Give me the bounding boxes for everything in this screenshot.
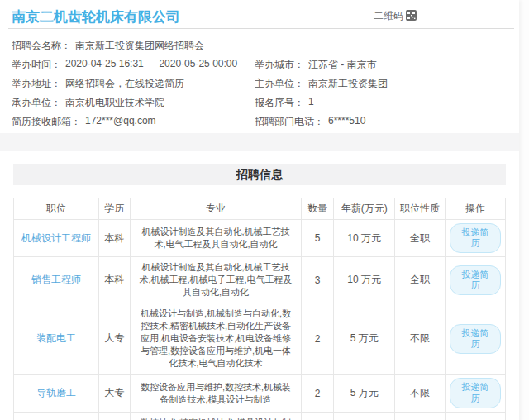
fair-address-field: 举办地址： 网络招聘会，在线投递简历 bbox=[12, 77, 255, 91]
count-cell: 3 bbox=[302, 257, 334, 303]
qr-code-link[interactable]: 二维码 bbox=[374, 9, 417, 23]
info-value: 南京机电职业技术学院 bbox=[65, 96, 164, 110]
recruit-section-title: 招聘信息 bbox=[13, 164, 506, 185]
job-fair-page: 南京二机齿轮机床有限公司 二维码 招聘会名称： 南京新工投资集团网络招聘 bbox=[0, 0, 519, 420]
fair-time-field: 举办时间： 2020-04-25 16:31 — 2020-05-25 00:0… bbox=[12, 58, 255, 72]
action-cell: 投递简历 bbox=[445, 375, 505, 412]
type-cell: 不限 bbox=[395, 375, 446, 412]
info-value: 172***@qq.com bbox=[85, 115, 156, 129]
info-label: 承办单位： bbox=[12, 96, 61, 110]
education-cell: 大专 bbox=[98, 375, 130, 412]
action-cell: 投递简历 bbox=[445, 303, 505, 375]
education-cell: 本科 bbox=[98, 220, 130, 257]
info-label: 招聘会名称： bbox=[12, 39, 71, 53]
info-row: 承办单位： 南京机电职业技术学院 报名序号： 1 bbox=[12, 93, 519, 112]
recruit-info-section: 招聘信息 职位 学历 专业 数量 年薪(万元) 职位性质 操作 机械 bbox=[0, 151, 519, 420]
info-label: 举办时间： bbox=[12, 58, 61, 72]
position-link[interactable]: 销售工程师 bbox=[14, 257, 99, 303]
info-row: 举办时间： 2020-04-25 16:31 — 2020-05-25 00:0… bbox=[12, 55, 519, 74]
info-row: 招聘会名称： 南京新工投资集团网络招聘会 bbox=[12, 36, 519, 55]
salary-cell: 5 万元 bbox=[334, 303, 395, 375]
position-link[interactable]: 机械设计工程师 bbox=[14, 220, 99, 257]
info-row: 简历接收邮箱： 172***@qq.com 招聘部门电话： 6****510 bbox=[12, 112, 519, 131]
info-label: 举办城市： bbox=[255, 58, 304, 72]
apply-resume-button[interactable]: 投递简历 bbox=[450, 324, 501, 354]
count-cell: 2 bbox=[302, 303, 334, 375]
type-cell: 全职 bbox=[395, 257, 446, 303]
info-label: 主办单位： bbox=[255, 77, 304, 91]
col-header-type: 职位性质 bbox=[395, 198, 446, 220]
info-value: 2020-04-25 16:31 — 2020-05-25 00:00 bbox=[65, 58, 237, 72]
education-cell: 本科 bbox=[98, 257, 130, 303]
info-row: 举办地址： 网络招聘会，在线投递简历 主办单位： 南京新工投资集团 bbox=[12, 74, 519, 93]
info-value: 6****510 bbox=[328, 115, 365, 129]
qr-code-label: 二维码 bbox=[374, 9, 403, 23]
fair-city-field: 举办城市： 江苏省 - 南京市 bbox=[255, 58, 503, 72]
col-header-count: 数量 bbox=[302, 198, 334, 220]
position-link[interactable]: 加工中心 bbox=[14, 412, 99, 420]
major-cell: 机械设计与制造,机械制造与自动化,数控技术,精密机械技术,自动化生产设备应用,机… bbox=[131, 303, 302, 375]
major-cell: 数控技术,精密机械技术,模具设计与制造,机械装备制造技术,数控设备应用与维护,机… bbox=[131, 412, 302, 420]
major-cell: 数控设备应用与维护,数控技术,机械装备制造技术,模具设计与制造 bbox=[131, 375, 302, 412]
col-header-action: 操作 bbox=[445, 198, 505, 220]
apply-resume-button[interactable]: 投递简历 bbox=[450, 378, 501, 408]
jobs-table: 职位 学历 专业 数量 年薪(万元) 职位性质 操作 机械设计工程师 本科 机械… bbox=[13, 198, 506, 420]
table-row: 导轨磨工 大专 数控设备应用与维护,数控技术,机械装备制造技术,模具设计与制造 … bbox=[14, 375, 506, 412]
qr-code-icon bbox=[406, 10, 417, 23]
position-link[interactable]: 导轨磨工 bbox=[14, 375, 99, 412]
info-value: 南京新工投资集团 bbox=[308, 77, 388, 91]
education-cell: 大专 bbox=[98, 412, 130, 420]
action-cell: 投递简历 bbox=[445, 412, 505, 420]
table-row: 加工中心 大专 数控技术,精密机械技术,模具设计与制造,机械装备制造技术,数控设… bbox=[14, 412, 506, 420]
salary-cell: 10 万元 bbox=[334, 220, 395, 257]
fair-name-field: 招聘会名称： 南京新工投资集团网络招聘会 bbox=[12, 39, 255, 53]
hr-phone-field: 招聘部门电话： 6****510 bbox=[255, 115, 503, 129]
info-label: 简历接收邮箱： bbox=[12, 115, 81, 129]
count-cell: 2 bbox=[302, 412, 334, 420]
fair-info-section: 招聘会名称： 南京新工投资集团网络招聘会 举办时间： 2020-04-25 16… bbox=[0, 29, 519, 133]
count-cell: 5 bbox=[302, 220, 334, 257]
table-row: 装配电工 大专 机械设计与制造,机械制造与自动化,数控技术,精密机械技术,自动化… bbox=[14, 303, 506, 375]
company-title: 南京二机齿轮机床有限公司 bbox=[12, 8, 519, 26]
col-header-salary: 年薪(万元) bbox=[334, 198, 395, 220]
apply-resume-button[interactable]: 投递简历 bbox=[450, 265, 501, 295]
position-link[interactable]: 装配电工 bbox=[14, 303, 99, 375]
type-cell: 不限 bbox=[395, 412, 446, 420]
action-cell: 投递简历 bbox=[445, 220, 505, 257]
col-header-major: 专业 bbox=[131, 198, 302, 220]
info-label: 举办地址： bbox=[12, 77, 61, 91]
type-cell: 不限 bbox=[395, 303, 446, 375]
page-header: 南京二机齿轮机床有限公司 二维码 bbox=[0, 0, 519, 28]
table-header-row: 职位 学历 专业 数量 年薪(万元) 职位性质 操作 bbox=[14, 198, 506, 220]
info-label: 招聘部门电话： bbox=[255, 115, 324, 129]
apply-resume-button[interactable]: 投递简历 bbox=[450, 223, 501, 253]
major-cell: 机械设计制造及其自动化,机械工艺技术,机械工程,机械电子工程,电气工程及其自动化… bbox=[131, 257, 302, 303]
registration-number-field: 报名序号： 1 bbox=[255, 96, 503, 110]
info-value: 江苏省 - 南京市 bbox=[308, 58, 377, 72]
info-label: 报名序号： bbox=[255, 96, 304, 110]
col-header-position: 职位 bbox=[14, 198, 99, 220]
salary-cell: 5 万元 bbox=[334, 375, 395, 412]
fair-organizer-field: 承办单位： 南京机电职业技术学院 bbox=[12, 96, 255, 110]
info-value: 南京新工投资集团网络招聘会 bbox=[75, 39, 204, 53]
info-value: 网络招聘会，在线投递简历 bbox=[65, 77, 184, 91]
fair-host-field: 主办单位： 南京新工投资集团 bbox=[255, 77, 503, 91]
col-header-education: 学历 bbox=[98, 198, 130, 220]
section-separator-band bbox=[0, 133, 519, 151]
resume-email-field: 简历接收邮箱： 172***@qq.com bbox=[12, 115, 255, 129]
table-row: 机械设计工程师 本科 机械设计制造及其自动化,机械工艺技术,电气工程及其自动化,… bbox=[14, 220, 506, 257]
action-cell: 投递简历 bbox=[445, 257, 505, 303]
type-cell: 全职 bbox=[395, 220, 446, 257]
salary-cell: 10 万元 bbox=[334, 257, 395, 303]
info-value: 1 bbox=[308, 96, 314, 110]
salary-cell: 5 万元 bbox=[334, 412, 395, 420]
education-cell: 大专 bbox=[98, 303, 130, 375]
major-cell: 机械设计制造及其自动化,机械工艺技术,电气工程及其自动化,自动化 bbox=[131, 220, 302, 257]
count-cell: 2 bbox=[302, 375, 334, 412]
table-row: 销售工程师 本科 机械设计制造及其自动化,机械工艺技术,机械工程,机械电子工程,… bbox=[14, 257, 506, 303]
